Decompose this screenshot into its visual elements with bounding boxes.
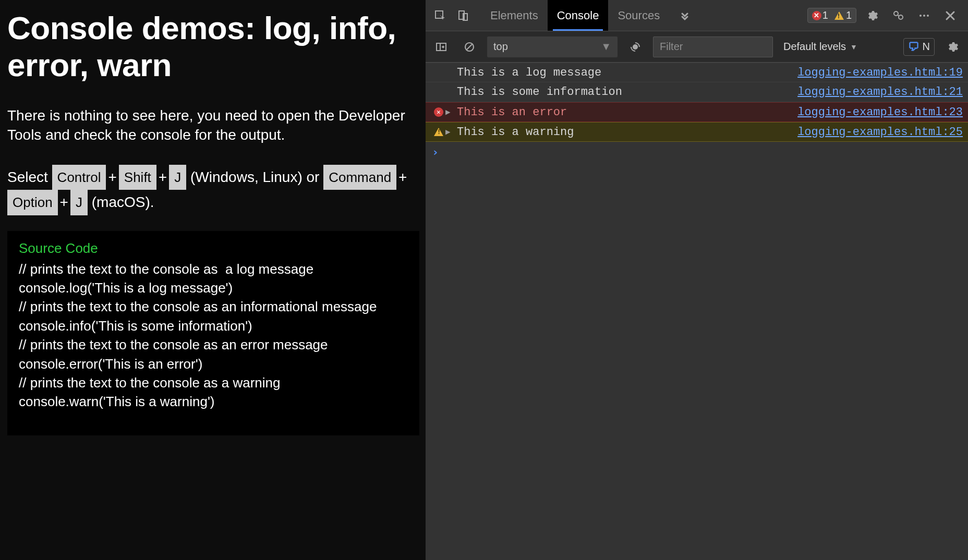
close-icon[interactable] [940, 5, 961, 26]
error-badge-icon: ✕ [812, 11, 821, 20]
log-levels-label: Default levels [783, 41, 846, 53]
svg-point-5 [919, 15, 922, 17]
toggle-sidebar-icon[interactable] [431, 36, 452, 57]
console-message-log[interactable]: This is a log messagelogging-examples.ht… [426, 63, 968, 82]
kbd-mac-suffix: (macOS). [92, 194, 154, 210]
devtools-tabs: Elements Console Sources [481, 0, 669, 31]
clear-console-icon[interactable] [459, 36, 480, 57]
kbd-win-suffix: (Windows, Linux) or [190, 169, 323, 185]
console-toolbar: top ▼ Default levels ▼ 🗩 N [426, 31, 968, 63]
tab-elements[interactable]: Elements [481, 0, 548, 31]
error-count: 1 [822, 9, 828, 21]
expand-arrow-icon[interactable]: ▶ [445, 107, 456, 117]
warning-badge-icon [834, 11, 844, 20]
demo-page: Console demos: log, info, error, warn Th… [0, 0, 426, 560]
svg-point-3 [894, 11, 898, 16]
tab-sources[interactable]: Sources [608, 0, 669, 31]
more-options-icon[interactable] [914, 5, 935, 26]
source-link[interactable]: logging-examples.html:21 [797, 86, 963, 99]
svg-point-10 [633, 44, 638, 50]
kbd-j: J [70, 190, 88, 215]
source-code-title: Source Code [19, 240, 408, 257]
keyboard-shortcut-line: Select Control+Shift+J (Windows, Linux) … [7, 165, 418, 215]
issues-label: N [923, 41, 930, 53]
plus-separator: + [58, 194, 70, 210]
issues-button[interactable]: 🗩 N [903, 38, 935, 56]
live-expression-icon[interactable] [625, 36, 646, 57]
console-settings-icon[interactable] [942, 36, 963, 57]
log-levels-selector[interactable]: Default levels ▼ [783, 41, 857, 53]
console-message-text: This is an error [456, 106, 797, 119]
plus-separator: + [156, 169, 169, 185]
svg-point-7 [927, 15, 929, 17]
warning-icon [432, 128, 445, 136]
kbd-option: Option [7, 190, 58, 215]
console-message-text: This is a warning [456, 126, 797, 139]
console-message-error[interactable]: ✕▶This is an errorlogging-examples.html:… [426, 102, 968, 122]
page-intro: There is nothing to see here, you need t… [7, 106, 418, 145]
console-message-text: This is some information [456, 86, 797, 99]
source-link[interactable]: logging-examples.html:23 [797, 106, 963, 119]
settings-icon[interactable] [862, 5, 882, 26]
dropdown-caret-icon: ▼ [850, 43, 857, 51]
kbd-command: Command [323, 165, 396, 190]
warning-count: 1 [846, 9, 852, 21]
plus-separator: + [396, 169, 409, 185]
tab-console[interactable]: Console [548, 0, 609, 31]
kbd-control: Control [52, 165, 106, 190]
source-code-block: Source Code // prints the text to the co… [7, 231, 419, 435]
filter-input[interactable] [653, 36, 773, 57]
kbd-j: J [169, 165, 186, 190]
console-output: This is a log messagelogging-examples.ht… [426, 63, 968, 560]
console-message-warn[interactable]: ▶This is a warninglogging-examples.html:… [426, 122, 968, 142]
prompt-caret-icon: › [432, 145, 439, 159]
kbd-shift: Shift [119, 165, 156, 190]
console-prompt[interactable]: › [426, 142, 968, 162]
console-message-text: This is a log message [456, 66, 797, 79]
error-warning-badge[interactable]: ✕ 1 1 [807, 8, 856, 23]
context-selector[interactable]: top ▼ [487, 36, 618, 57]
more-tabs-icon[interactable] [674, 5, 695, 26]
context-value: top [493, 41, 508, 53]
source-link[interactable]: logging-examples.html:25 [797, 126, 963, 139]
kbd-prefix: Select [7, 169, 52, 185]
console-message-info[interactable]: This is some informationlogging-examples… [426, 82, 968, 102]
devtools-tabbar: Elements Console Sources ✕ 1 1 [426, 0, 968, 31]
dropdown-caret-icon: ▼ [601, 41, 611, 53]
devtools-panel: Elements Console Sources ✕ 1 1 [426, 0, 968, 560]
source-link[interactable]: logging-examples.html:19 [797, 66, 963, 79]
plus-separator: + [106, 169, 118, 185]
device-toolbar-icon[interactable] [453, 5, 474, 26]
customize-icon[interactable] [888, 5, 909, 26]
source-code-content: // prints the text to the console as a l… [19, 260, 408, 411]
issues-icon: 🗩 [908, 40, 919, 54]
page-title: Console demos: log, info, error, warn [7, 9, 418, 84]
svg-point-6 [923, 15, 925, 17]
error-icon: ✕ [432, 107, 445, 117]
inspect-element-icon[interactable] [430, 5, 451, 26]
expand-arrow-icon[interactable]: ▶ [445, 127, 456, 137]
